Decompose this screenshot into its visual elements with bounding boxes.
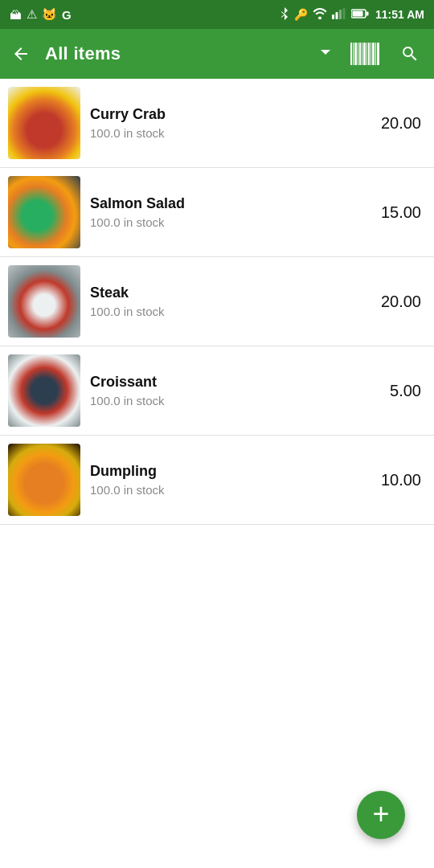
list-item[interactable]: Curry Crab100.0 in stock20.00 bbox=[0, 79, 434, 168]
list-item[interactable]: Steak100.0 in stock20.00 bbox=[0, 257, 434, 346]
item-stock: 100.0 in stock bbox=[90, 483, 363, 497]
item-image-steak bbox=[8, 265, 80, 338]
g-icon: G bbox=[62, 8, 72, 22]
wifi-icon bbox=[313, 8, 327, 22]
plus-icon: + bbox=[372, 800, 389, 829]
cat-icon: 🐱 bbox=[42, 7, 57, 22]
status-bar: 🏔 ⚠ 🐱 G 🔑 bbox=[0, 0, 434, 29]
item-name: Steak bbox=[90, 285, 363, 301]
svg-rect-15 bbox=[368, 43, 370, 65]
svg-rect-12 bbox=[362, 43, 362, 65]
svg-rect-5 bbox=[353, 10, 363, 16]
svg-rect-16 bbox=[371, 43, 371, 65]
item-image-dumpling bbox=[8, 444, 80, 516]
svg-rect-19 bbox=[377, 43, 379, 65]
list-item[interactable]: Croissant100.0 in stock5.00 bbox=[0, 346, 434, 436]
svg-rect-13 bbox=[363, 43, 366, 65]
time-display: 11:51 AM bbox=[375, 8, 424, 21]
item-price: 10.00 bbox=[373, 471, 421, 489]
svg-rect-14 bbox=[366, 43, 367, 65]
svg-rect-6 bbox=[366, 11, 369, 15]
svg-rect-1 bbox=[336, 12, 338, 19]
svg-rect-7 bbox=[350, 43, 352, 65]
key-icon: 🔑 bbox=[294, 8, 308, 21]
item-name: Curry Crab bbox=[90, 106, 363, 123]
item-name: Croissant bbox=[90, 374, 363, 391]
item-stock: 100.0 in stock bbox=[90, 394, 363, 407]
signal-icon bbox=[332, 8, 346, 22]
list-item[interactable]: Salmon Salad100.0 in stock15.00 bbox=[0, 168, 434, 257]
mountains-icon: 🏔 bbox=[10, 8, 22, 22]
svg-rect-11 bbox=[359, 43, 361, 65]
item-info: Croissant100.0 in stock bbox=[80, 374, 373, 407]
warning-icon: ⚠ bbox=[27, 7, 37, 22]
svg-rect-17 bbox=[372, 43, 375, 65]
item-name: Dumpling bbox=[90, 463, 363, 480]
svg-rect-18 bbox=[375, 43, 376, 65]
svg-rect-0 bbox=[332, 14, 334, 19]
item-stock: 100.0 in stock bbox=[90, 215, 363, 229]
item-price: 5.00 bbox=[373, 382, 421, 400]
svg-rect-10 bbox=[358, 43, 358, 65]
svg-rect-3 bbox=[343, 8, 346, 19]
nav-bar: All items bbox=[0, 29, 434, 79]
item-stock: 100.0 in stock bbox=[90, 126, 363, 140]
item-info: Curry Crab100.0 in stock bbox=[80, 106, 373, 140]
page-title: All items bbox=[45, 43, 307, 64]
status-icons-right: 🔑 11:51 AM bbox=[280, 7, 424, 23]
list-item[interactable]: Dumpling100.0 in stock10.00 bbox=[0, 436, 434, 525]
item-image-croissant bbox=[8, 354, 80, 427]
dropdown-button[interactable] bbox=[315, 42, 336, 67]
item-price: 20.00 bbox=[373, 114, 421, 133]
back-button[interactable] bbox=[11, 41, 37, 67]
item-price: 15.00 bbox=[373, 203, 421, 222]
item-list: Curry Crab100.0 in stock20.00Salmon Sala… bbox=[0, 79, 434, 525]
item-image-salmon-salad bbox=[8, 176, 80, 248]
battery-icon bbox=[351, 9, 369, 21]
item-info: Dumpling100.0 in stock bbox=[80, 463, 373, 497]
item-info: Salmon Salad100.0 in stock bbox=[80, 195, 373, 229]
item-info: Steak100.0 in stock bbox=[80, 285, 373, 318]
item-price: 20.00 bbox=[373, 293, 421, 311]
barcode-button[interactable] bbox=[344, 39, 386, 68]
add-item-button[interactable]: + bbox=[357, 791, 405, 839]
bluetooth-icon bbox=[280, 7, 289, 23]
svg-rect-2 bbox=[339, 10, 342, 19]
search-button[interactable] bbox=[394, 41, 423, 67]
svg-rect-9 bbox=[354, 43, 357, 65]
status-icons-left: 🏔 ⚠ 🐱 G bbox=[10, 7, 72, 22]
svg-rect-8 bbox=[353, 43, 354, 65]
item-image-curry-crab bbox=[8, 87, 80, 159]
item-stock: 100.0 in stock bbox=[90, 305, 363, 318]
item-name: Salmon Salad bbox=[90, 195, 363, 212]
